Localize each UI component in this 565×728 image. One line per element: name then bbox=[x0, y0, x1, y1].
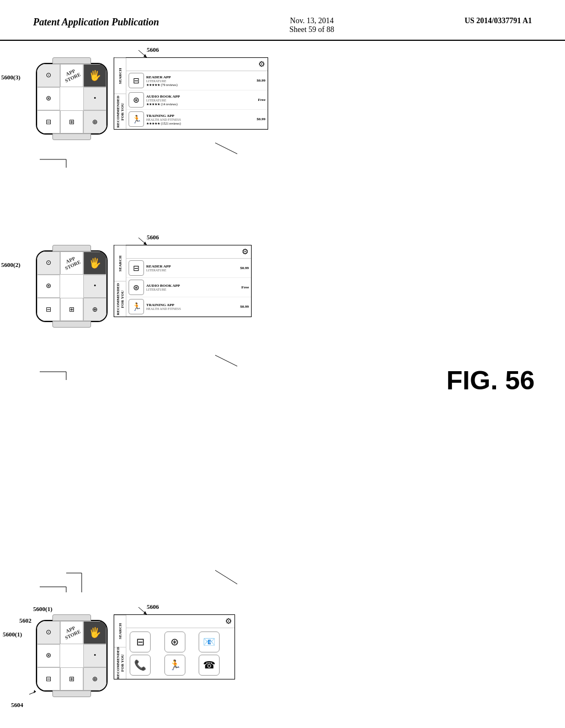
audiobook-app-cat: LITERATURE bbox=[146, 288, 233, 291]
reader-app-stars-3: ★★★★★ (79 reviews) bbox=[146, 83, 249, 87]
training-app-name-3: TRAINING APP bbox=[146, 114, 249, 118]
audiobook-app-price-3: Free bbox=[252, 98, 265, 102]
diagram-3: 5600(3) ⊙ APPSTORE 🖐 ⊛ • bbox=[33, 57, 268, 140]
side-tabs-3: SEARCH RECOMMENDED FOR YOU bbox=[114, 58, 126, 129]
search-icon-2[interactable]: ⚙ bbox=[242, 247, 249, 256]
sheet-info: Sheet 59 of 88 bbox=[289, 25, 334, 34]
app-grid: ⊟ ⊛ 📧 📞 🏃 ☎ bbox=[126, 628, 234, 679]
audiobook-app-name-3: AUDIO BOOK APP bbox=[146, 94, 249, 99]
diag3-store-panel: 5606 SEARCH RECOMMENDED FOR YOU ⚙ bbox=[114, 57, 268, 130]
diag2-main-label: 5600(2) bbox=[1, 261, 20, 268]
panel-topbar: ⚙ bbox=[126, 615, 234, 628]
training-app-icon[interactable]: 🏃 bbox=[129, 299, 144, 314]
reader-app-icon-3[interactable]: ⊟ bbox=[129, 73, 144, 88]
panel-topbar-3: ⚙ bbox=[126, 58, 268, 71]
recommended-tab-3[interactable]: RECOMMENDED FOR YOU bbox=[114, 94, 126, 130]
reader-app-price-3: $0.99 bbox=[252, 78, 265, 83]
app-row-2: ⊛ AUDIO BOOK APP LITERATURE Free bbox=[126, 278, 251, 297]
diag2-store-panel: 5606 SEARCH RECOMMENDED FOR YOU ⚙ bbox=[114, 245, 252, 317]
diag1-main-label: 5600(1) bbox=[3, 631, 22, 638]
audiobook-app-icon-3[interactable]: ⊛ bbox=[129, 92, 144, 108]
reader-app-icon[interactable]: ⊟ bbox=[129, 260, 144, 276]
audiobook-app-price: Free bbox=[235, 285, 249, 290]
diag1-label: 5600(1) bbox=[33, 606, 52, 612]
diag2-watch: ⊙ APPSTORE 🖐 ⊛ • ⊟ ⊞ ⊕ bbox=[33, 245, 110, 328]
search-tab[interactable]: SEARCH bbox=[114, 615, 126, 647]
svg-line-5 bbox=[215, 570, 237, 584]
main-content: FIG. 56 5600(1) bbox=[0, 41, 565, 719]
svg-marker-13 bbox=[34, 690, 36, 693]
publication-title: Patent Application Publication bbox=[33, 17, 159, 28]
svg-line-11 bbox=[215, 143, 237, 154]
figure-label-text: FIG. 56 bbox=[446, 366, 535, 395]
app-row-3: 🏃 TRAINING APP HEALTH AND FITNESS $0.99 bbox=[126, 297, 251, 317]
training-app-price: $0.99 bbox=[235, 304, 249, 309]
panel-topbar-2: ⚙ bbox=[126, 245, 251, 259]
search-tab-2[interactable]: SEARCH bbox=[114, 245, 126, 281]
reader-app-name: READER APP bbox=[146, 264, 233, 269]
app-icon-4[interactable]: 📞 bbox=[130, 655, 151, 676]
app-icon-1[interactable]: ⊟ bbox=[130, 631, 151, 652]
training-app-cat: HEALTH AND FITNESS bbox=[146, 307, 233, 311]
diag1-sub-label: 5602 bbox=[19, 617, 31, 624]
app-row-3-3: 🏃 TRAINING APP HEALTH AND FITNESS ★★★★★ … bbox=[126, 110, 268, 129]
training-app-icon-3[interactable]: 🏃 bbox=[129, 111, 144, 127]
publication-number: US 2014/0337791 A1 bbox=[465, 17, 532, 25]
training-app-stars-3: ★★★★★ (1521 reviews) bbox=[146, 121, 249, 125]
reader-app-name-3: READER APP bbox=[146, 75, 249, 79]
diag3-watch: ⊙ APPSTORE 🖐 ⊛ • ⊟ ⊞ ⊕ bbox=[33, 57, 110, 140]
side-tabs: SEARCH RECOMMENDED FOR YOU bbox=[114, 615, 126, 679]
app-row-1: ⊟ READER APP LITERATURE $0.99 bbox=[126, 259, 251, 278]
search-tab-3[interactable]: SEARCH bbox=[114, 58, 126, 94]
app-row-3-1: ⊟ READER APP LITERATURE ★★★★★ (79 review… bbox=[126, 71, 268, 90]
diag1-watch: ⊙ APPSTORE 🖐 ⊛ • ⊟ ⊞ bbox=[33, 614, 110, 697]
search-icon[interactable]: ⚙ bbox=[225, 617, 232, 626]
recommended-tab-2[interactable]: RECOMMENDED FOR YOU bbox=[114, 281, 126, 317]
page-header: Patent Application Publication Nov. 13, … bbox=[0, 0, 565, 41]
app-row-3-2: ⊛ AUDIO BOOK APP LITERATURE ★★★★★ (14 re… bbox=[126, 90, 268, 110]
audiobook-app-stars-3: ★★★★★ (14 reviews) bbox=[146, 102, 249, 106]
training-app-name: TRAINING APP bbox=[146, 303, 233, 307]
reader-app-price: $0.99 bbox=[235, 266, 249, 270]
search-icon-3[interactable]: ⚙ bbox=[258, 60, 265, 69]
audiobook-app-name: AUDIO BOOK APP bbox=[146, 283, 233, 288]
side-tabs-2: SEARCH RECOMMENDED FOR YOU bbox=[114, 245, 126, 317]
publication-date: Nov. 13, 2014 bbox=[289, 17, 334, 25]
diag1-store-panel: 5606 SEARCH RECOMMENDED FOR YOU ⚙ bbox=[114, 614, 235, 679]
svg-line-8 bbox=[215, 355, 237, 366]
diag3-main-label: 5600(3) bbox=[1, 74, 20, 81]
app-icon-2[interactable]: ⊛ bbox=[164, 631, 185, 652]
diagram-2: 5600(2) ⊙ APPSTORE 🖐 ⊛ • bbox=[33, 245, 252, 328]
figure-label: FIG. 56 bbox=[446, 365, 535, 395]
audiobook-app-icon[interactable]: ⊛ bbox=[129, 280, 144, 295]
app-icon-5[interactable]: 🏃 bbox=[164, 655, 185, 676]
diagram-1: 5600(1) 5600(1) 5602 ⊙ APPSTORE bbox=[33, 606, 235, 697]
svg-marker-15 bbox=[143, 611, 147, 614]
reader-app-cat: LITERATURE bbox=[146, 269, 233, 272]
svg-marker-19 bbox=[143, 54, 147, 57]
svg-marker-17 bbox=[143, 242, 147, 245]
app-icon-6[interactable]: ☎ bbox=[199, 655, 220, 676]
recommended-tab[interactable]: RECOMMENDED FOR YOU bbox=[114, 647, 126, 679]
publication-date-sheet: Nov. 13, 2014 Sheet 59 of 88 bbox=[289, 17, 334, 34]
app-icon-3[interactable]: 📧 bbox=[199, 631, 220, 652]
training-app-price-3: $0.99 bbox=[252, 117, 265, 121]
